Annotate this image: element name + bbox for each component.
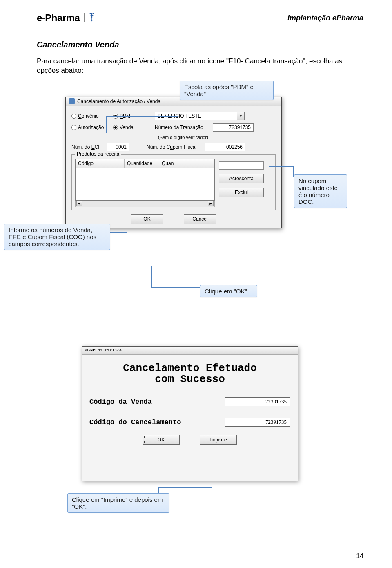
success-heading: Cancelamento Efetuado com Sucesso xyxy=(86,363,294,385)
section-heading: Cancelamento Venda xyxy=(37,40,363,49)
callout-line xyxy=(178,92,178,116)
radio-convenio-label: onvênio xyxy=(82,113,99,119)
callout-bottom: Clique em "Imprime" e depois em "OK". xyxy=(67,493,169,513)
chevron-down-icon: ▼ xyxy=(237,112,244,120)
figure-area-2: PBMS do Brasil S/A Cancelamento Efetuado… xyxy=(33,346,359,518)
value-codigo-cancelamento: 72391735 xyxy=(225,418,290,427)
radio-venda[interactable]: Venda xyxy=(113,125,150,130)
intro-paragraph: Para cancelar uma transação de Venda, ap… xyxy=(37,57,363,76)
radio-icon xyxy=(71,125,76,130)
callout-line xyxy=(110,232,127,233)
logo: e-Pharma xyxy=(37,12,95,24)
label-num-ecf: Núm. do ECF xyxy=(71,144,102,150)
radio-pbm[interactable]: PBM xyxy=(113,113,150,119)
callout-left: Informe os números de Venda, EFC e Cupom… xyxy=(4,224,110,250)
field-num-cupom[interactable]: 002256 xyxy=(205,143,245,151)
logo-icon xyxy=(89,13,95,23)
logo-e: e xyxy=(37,12,42,23)
page-number: 14 xyxy=(356,552,363,560)
ok-button[interactable]: OK xyxy=(131,214,163,224)
field-num-transacao[interactable]: 72391735 xyxy=(213,123,254,132)
radio-icon xyxy=(113,125,118,130)
imprime-button[interactable]: Imprime xyxy=(200,435,237,445)
success-heading-l1: Cancelamento Efetuado xyxy=(123,362,257,374)
scroll-left-icon[interactable]: ◄ xyxy=(76,201,82,206)
radio-convenio[interactable]: Convênio xyxy=(71,113,108,119)
cancel-button[interactable]: Cancel xyxy=(184,214,216,224)
logo-divider xyxy=(84,13,85,22)
pbm-dropdown[interactable]: BENEFICIO TESTE ▼ xyxy=(155,112,245,120)
col-quantidade[interactable]: Quantidade xyxy=(125,159,159,168)
page-header: e-Pharma Implantação ePharma xyxy=(37,12,363,24)
col-quan2[interactable]: Quan xyxy=(159,159,214,168)
dialog-icon xyxy=(69,98,75,104)
radio-icon xyxy=(113,114,118,119)
produtos-group: Produtos da receita Código Quantidade Qu… xyxy=(71,154,276,210)
acrescenta-button[interactable]: Acrescenta xyxy=(219,174,264,183)
radio-pbm-label: PBM xyxy=(120,113,130,119)
callout-line xyxy=(151,266,152,287)
callout-line xyxy=(159,487,212,488)
success-dialog: PBMS do Brasil S/A Cancelamento Efetuado… xyxy=(82,346,298,481)
callout-line xyxy=(151,287,200,288)
value-codigo-venda: 72391735 xyxy=(225,397,290,406)
doc-title: Implantação ePharma xyxy=(287,14,363,22)
label-num-cupom: Núm. do Cupom Fiscal xyxy=(147,144,200,150)
horizontal-scrollbar[interactable]: ◄ ► xyxy=(75,201,215,207)
callout-top: Escola as opões "PBM" e "Venda" xyxy=(180,81,274,100)
success-heading-l2: com Sucesso xyxy=(155,373,225,385)
pbm-dropdown-value: BENEFICIO TESTE xyxy=(158,113,201,119)
side-input[interactable] xyxy=(219,161,264,170)
table-body[interactable] xyxy=(75,168,215,201)
callout-line xyxy=(212,469,212,488)
scroll-right-icon[interactable]: ► xyxy=(208,201,214,206)
ok-button-2[interactable]: OK xyxy=(143,435,180,445)
table-header: Código Quantidade Quan xyxy=(75,159,215,168)
label-num-transacao: Número da Transação xyxy=(155,125,208,130)
radio-autorizacao[interactable]: Autorização xyxy=(71,125,108,130)
label-codigo-venda: Código da Venda xyxy=(89,398,152,406)
radio-icon xyxy=(71,114,76,119)
figure-area-1: Escola as opões "PBM" e "Venda" No cupom… xyxy=(24,81,351,309)
exclui-button[interactable]: Exclui xyxy=(219,188,264,197)
callout-line xyxy=(270,166,294,167)
logo-pharma: Pharma xyxy=(45,12,80,23)
callout-ok: Clique em "OK". xyxy=(200,285,257,297)
group-legend: Produtos da receita xyxy=(75,151,121,157)
callout-right: No cupom vinculado este é o número DOC. xyxy=(294,174,347,208)
dialog2-titlebar[interactable]: PBMS do Brasil S/A xyxy=(82,347,298,355)
dialog-title: Cancelamento de Autorização / Venda xyxy=(77,98,160,104)
callout-line xyxy=(106,116,107,133)
col-codigo[interactable]: Código xyxy=(76,159,125,168)
svg-point-0 xyxy=(91,20,93,22)
field-num-ecf[interactable]: 0001 xyxy=(107,143,129,151)
label-codigo-cancelamento: Código do Cancelamento xyxy=(89,418,181,426)
label-sem-digito: (Sem o dígito verificador) xyxy=(158,135,208,140)
callout-line xyxy=(106,116,178,117)
